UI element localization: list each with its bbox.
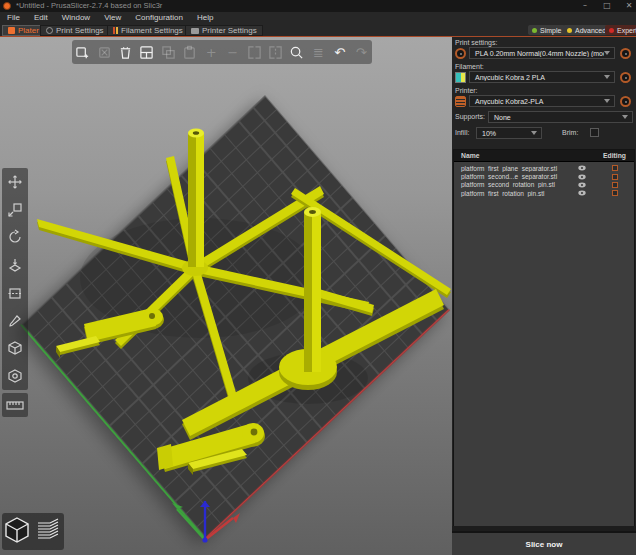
editing-icon[interactable] <box>595 190 634 196</box>
window-title: *Untitled - PrusaSlicer-2.7.4 based on S… <box>16 0 162 12</box>
object-row[interactable]: platform_first_rotation_pin.stl <box>454 189 634 197</box>
menu-bar: File Edit Window View Configuration Help <box>0 12 636 24</box>
supports-select[interactable]: None <box>488 111 633 123</box>
object-row[interactable]: platform_second...e_separator.stl <box>454 172 634 180</box>
paste-button[interactable] <box>179 40 200 64</box>
search-button[interactable] <box>286 40 307 64</box>
chevron-down-icon <box>604 51 610 55</box>
simple-dot-icon <box>532 28 537 33</box>
preview-view-button[interactable] <box>34 516 62 548</box>
gear-icon <box>46 27 53 34</box>
mode-expert-button[interactable]: Expert <box>605 25 636 35</box>
eye-icon[interactable] <box>569 165 595 171</box>
model-first-rotation-pin[interactable] <box>188 129 204 268</box>
prusaslicer-window: *Untitled - PrusaSlicer-2.7.4 based on S… <box>0 0 636 555</box>
cut-gizmo-button[interactable] <box>5 283 25 303</box>
menu-edit[interactable]: Edit <box>27 12 55 24</box>
infill-label: Infill: <box>455 129 469 136</box>
infill-select[interactable]: 10% <box>476 127 542 139</box>
filament-label: Filament: <box>455 63 484 70</box>
eye-icon[interactable] <box>569 174 595 180</box>
title-bar: *Untitled - PrusaSlicer-2.7.4 based on S… <box>0 0 636 12</box>
editing-icon[interactable] <box>595 182 634 188</box>
filament-icon <box>113 27 118 34</box>
split-parts-button[interactable] <box>265 40 286 64</box>
view-mode-toggle <box>2 513 64 550</box>
menu-file[interactable]: File <box>0 12 27 24</box>
seam-paint-button[interactable] <box>5 338 25 358</box>
measure-tool-button[interactable] <box>2 393 28 417</box>
filament-swatch-icon <box>455 72 466 83</box>
delete-all-button[interactable] <box>115 40 136 64</box>
brim-checkbox[interactable] <box>590 128 599 137</box>
chevron-down-icon <box>622 115 628 119</box>
rotate-gizmo-button[interactable] <box>5 227 25 247</box>
object-list: Name Editing platform_first_plane_separa… <box>453 149 635 531</box>
slice-now-button[interactable]: Slice now <box>452 531 636 555</box>
expert-dot-icon <box>609 28 614 33</box>
print-settings-label: Print settings: <box>455 39 497 46</box>
scale-gizmo-button[interactable] <box>5 200 25 220</box>
undo-button[interactable]: ↶ <box>329 40 350 64</box>
layer-height-button[interactable]: ≣ <box>308 40 329 64</box>
object-row[interactable]: platform_first_plane_separator.stl <box>454 164 634 172</box>
plater-toolbar: + − ≣ ↶ ↷ <box>72 40 372 64</box>
chevron-down-icon <box>604 99 610 103</box>
scene-models <box>0 37 452 555</box>
supports-label: Supports: <box>455 113 485 120</box>
printer-icon <box>191 28 199 34</box>
plater-icon <box>8 27 15 34</box>
add-instance-button[interactable]: + <box>201 40 222 64</box>
model-clip-bottom[interactable] <box>157 423 265 475</box>
object-list-header: Name Editing <box>454 150 634 162</box>
advanced-dot-icon <box>567 28 572 33</box>
support-paint-button[interactable] <box>5 311 25 331</box>
app-logo-icon <box>3 2 11 10</box>
mode-advanced-button[interactable]: Advanced <box>563 25 610 35</box>
tab-filament-settings[interactable]: Filament Settings <box>107 25 189 36</box>
delete-button[interactable] <box>93 40 114 64</box>
move-gizmo-button[interactable] <box>5 172 25 192</box>
menu-configuration[interactable]: Configuration <box>128 12 190 24</box>
origin-axes <box>172 501 240 543</box>
print-settings-select[interactable]: PLA 0.20mm Normal(0.4mm Nozzle) (modifie… <box>469 47 615 59</box>
settings-panel: Print settings: PLA 0.20mm Normal(0.4mm … <box>452 37 636 555</box>
gizmo-toolbar <box>2 168 28 390</box>
place-on-face-button[interactable] <box>5 255 25 275</box>
mode-simple-button[interactable]: Simple <box>528 25 565 35</box>
minimize-button[interactable]: – <box>576 0 594 12</box>
close-button[interactable]: ✕ <box>620 0 636 12</box>
remove-instance-button[interactable]: − <box>222 40 243 64</box>
object-row[interactable]: platform_second_rotation_pin.stl <box>454 181 634 189</box>
editor-view-button[interactable] <box>4 516 30 548</box>
tab-printer-settings[interactable]: Printer Settings <box>185 25 263 36</box>
menu-help[interactable]: Help <box>190 12 220 24</box>
brim-label: Brim: <box>562 129 578 136</box>
eye-icon[interactable] <box>569 190 595 196</box>
printer-label: Printer: <box>455 87 478 94</box>
menu-view[interactable]: View <box>97 12 128 24</box>
split-objects-button[interactable] <box>243 40 264 64</box>
arrange-button[interactable] <box>136 40 157 64</box>
printer-select[interactable]: Anycubic Kobra2-PLA <box>469 95 615 107</box>
tab-print-settings[interactable]: Print Settings <box>40 25 110 36</box>
edit-print-settings-button[interactable] <box>620 48 631 59</box>
column-editing: Editing <box>595 152 634 159</box>
mmu-paint-button[interactable] <box>5 366 25 386</box>
eye-icon[interactable] <box>569 182 595 188</box>
add-object-button[interactable] <box>72 40 93 64</box>
menu-window[interactable]: Window <box>55 12 97 24</box>
editing-icon[interactable] <box>595 165 634 171</box>
printer-glyph-icon <box>455 96 466 107</box>
maximize-button[interactable]: □ <box>598 0 616 12</box>
edit-filament-button[interactable] <box>620 72 631 83</box>
tab-plater[interactable]: Plater <box>2 25 45 36</box>
edit-printer-button[interactable] <box>620 96 631 107</box>
column-name: Name <box>454 152 569 159</box>
editing-icon[interactable] <box>595 174 634 180</box>
redo-button[interactable]: ↷ <box>350 40 371 64</box>
chevron-down-icon <box>604 75 610 79</box>
viewport-3d[interactable]: + − ≣ ↶ ↷ <box>0 37 452 555</box>
filament-select[interactable]: Anycubic Kobra 2 PLA <box>469 71 615 83</box>
copy-button[interactable] <box>158 40 179 64</box>
